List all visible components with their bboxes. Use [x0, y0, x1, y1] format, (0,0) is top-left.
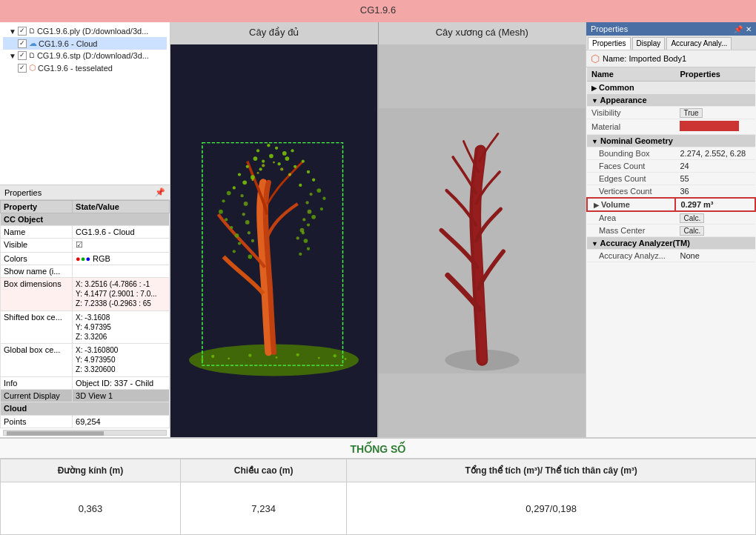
svg-point-48 [248, 255, 252, 259]
right-props-name: ⬡ Name: Imported Body1 [586, 50, 756, 67]
rp-col-name: Name [587, 67, 675, 82]
rp-row-material: Material [587, 119, 755, 135]
main-area: ▼ 🗋 CG1.9.6.ply (D:/download/3d... ☁ CG1… [0, 22, 756, 437]
svg-point-64 [280, 167, 283, 170]
view-labels: Cây đầy đủ Cây xương cá (Mesh) [170, 22, 586, 44]
rp-row-area: Area Calc. [587, 211, 755, 225]
stats-col-tongthetich: Tổng thể tích (m³)/ Thể tích thân cây (m… [347, 459, 756, 482]
svg-point-19 [294, 165, 296, 168]
svg-point-36 [219, 210, 223, 214]
tree-item-3[interactable]: ▼ 🗋 CG1.9.6.stp (D:/download/3d... [3, 50, 167, 62]
svg-point-12 [259, 167, 262, 170]
rp-row-faces: Faces Count 24 [587, 160, 755, 173]
prop-shifted-box: Shifted box ce... X: -3.1608Y: 4.97395Z:… [1, 310, 170, 344]
svg-point-56 [245, 220, 250, 225]
left-panel: ▼ 🗋 CG1.9.6.ply (D:/download/3d... ☁ CG1… [0, 22, 170, 437]
svg-point-6 [296, 353, 299, 356]
tree-checkbox-3[interactable] [18, 51, 27, 60]
svg-point-17 [278, 162, 281, 165]
prop-name: Name CG1.9.6 - Cloud [1, 226, 170, 239]
stats-row: 0,363 7,234 0,297/0,198 [1, 482, 756, 535]
tree-item-2[interactable]: ☁ CG1.9.6 - Cloud [3, 37, 167, 50]
tree-label-2: CG1.9.6 - Cloud [39, 39, 97, 48]
tree-item-4[interactable]: ⬡ CG1.9.6 - tesselated [3, 62, 167, 74]
props-panel: Properties 📌 Property State/Value CC Obj… [0, 185, 170, 437]
props-title: Properties [4, 188, 42, 197]
svg-point-49 [299, 253, 302, 256]
tree-view: ▼ 🗋 CG1.9.6.ply (D:/download/3d... ☁ CG1… [0, 22, 170, 185]
svg-point-40 [230, 226, 233, 229]
svg-point-5 [276, 356, 278, 359]
tree-label-1: CG1.9.6.ply (D:/download/3d... [37, 27, 148, 36]
svg-point-30 [291, 149, 294, 152]
svg-point-13 [246, 165, 249, 168]
bottom-title: THỐNG SỐ [0, 439, 756, 459]
col-property: Property [1, 201, 73, 213]
right-props-tabs: Properties Display Accuracy Analy... [586, 36, 756, 50]
props-table: Property State/Value CC Object Name CG1.… [0, 200, 170, 428]
right-panel-controls: 📌 ✕ [734, 25, 752, 33]
svg-point-38 [225, 218, 228, 221]
right-panel-title: Properties [591, 24, 628, 33]
center-views: Cây đầy đủ Cây xương cá (Mesh) [170, 22, 586, 437]
material-color-swatch[interactable] [680, 121, 739, 131]
tree-checkbox-1[interactable] [18, 27, 27, 36]
tab-display[interactable]: Display [632, 37, 666, 50]
svg-point-7 [318, 357, 320, 359]
svg-point-62 [262, 164, 265, 167]
tab-properties[interactable]: Properties [588, 37, 631, 50]
rp-row-bbox: Bounding Box 2.274, 2.552, 6.28 [587, 147, 755, 160]
svg-point-20 [302, 160, 305, 163]
right-props-table: Name Properties ▶ Common ▼ Appearance Vi… [586, 67, 756, 262]
svg-point-65 [257, 172, 259, 174]
svg-point-66 [288, 173, 291, 176]
tree-label-3: CG1.9.6.stp (D:/download/3d... [37, 51, 149, 60]
svg-point-60 [251, 239, 254, 242]
svg-point-3 [228, 357, 230, 359]
svg-point-58 [248, 231, 251, 234]
prop-global-box: Global box ce... X: -3.160800Y: 4.973950… [1, 344, 170, 377]
svg-point-29 [282, 151, 287, 156]
tab-accuracy[interactable]: Accuracy Analy... [666, 37, 732, 50]
svg-point-45 [304, 239, 308, 243]
svg-point-50 [240, 194, 243, 197]
stats-value-thetich: 0,297/0,198 [347, 482, 756, 535]
pin-icon[interactable]: 📌 [734, 25, 743, 33]
left-3d-view[interactable] [170, 44, 377, 437]
props-pin-icon[interactable]: 📌 [155, 187, 165, 197]
rp-row-volume: ▶ Volume 0.297 m³ [587, 198, 755, 211]
svg-point-22 [307, 170, 310, 173]
right-3d-view[interactable] [379, 44, 586, 437]
prop-current-display: Current Display 3D View 1 [1, 390, 170, 402]
rp-row-masscenter: Mass Center Calc. [587, 225, 755, 237]
svg-point-4 [248, 353, 251, 356]
svg-point-31 [267, 144, 270, 147]
rp-row-visibility: Visibility True [587, 107, 755, 119]
prop-colors: Colors ●●● RGB [1, 252, 170, 265]
scroll-bar[interactable] [0, 428, 170, 437]
svg-point-59 [300, 228, 305, 233]
section-cloud: Cloud [1, 402, 170, 415]
tree-checkbox-4[interactable] [18, 64, 27, 73]
masscenter-calc-button[interactable]: Calc. [680, 226, 704, 236]
svg-point-21 [238, 173, 241, 176]
left-view-label: Cây đầy đủ [170, 22, 379, 44]
svg-point-8 [334, 354, 336, 357]
svg-point-39 [311, 215, 316, 219]
rp-subsection-geometry: ▼ Nominal Geometry [587, 135, 755, 147]
prop-info: Info Object ID: 337 - Child [1, 377, 170, 390]
svg-point-44 [238, 242, 241, 245]
props-titlebar: Properties 📌 [0, 185, 170, 200]
tree-item-1[interactable]: ▼ 🗋 CG1.9.6.ply (D:/download/3d... [3, 25, 167, 37]
prop-points: Points 69,254 [1, 415, 170, 428]
close-icon[interactable]: ✕ [746, 25, 752, 33]
rp-subsection-accuracy: ▼ Accuracy Analyzer(TM) [587, 237, 755, 250]
visibility-value[interactable]: True [680, 108, 702, 118]
stats-value-duongkinh: 0,363 [1, 482, 181, 535]
area-calc-button[interactable]: Calc. [680, 213, 704, 223]
svg-point-14 [253, 156, 258, 161]
tree-checkbox-2[interactable] [18, 39, 27, 48]
rp-col-props: Properties [675, 67, 755, 82]
stats-table: Đường kính (m) Chiều cao (m) Tổng thể tí… [0, 459, 756, 535]
col-value: State/Value [73, 201, 170, 213]
